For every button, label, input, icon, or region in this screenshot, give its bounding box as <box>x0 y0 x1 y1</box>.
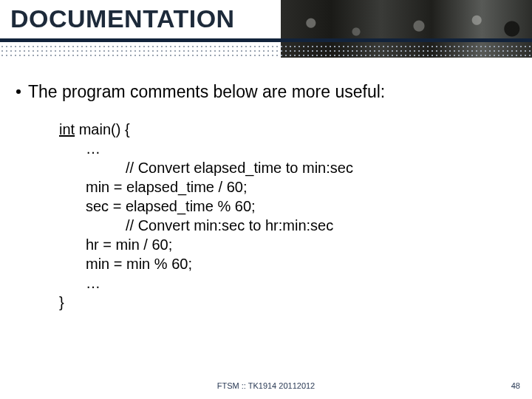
code-line: min = min % 60; <box>59 254 516 273</box>
bullet-icon <box>16 89 21 94</box>
bullet-item: The program comments below are more usef… <box>16 81 516 103</box>
page-number: 48 <box>511 381 520 390</box>
slide-title: DOCUMENTATION <box>10 4 235 33</box>
code-keyword: int <box>59 121 75 137</box>
code-text: main() { <box>75 121 129 137</box>
code-block: int main() { … // Convert elapsed_time t… <box>59 120 516 312</box>
code-line: } <box>59 293 516 312</box>
code-line: … <box>59 273 516 293</box>
bullet-text: The program comments below are more usef… <box>28 81 385 103</box>
content-area: The program comments below are more usef… <box>16 81 516 312</box>
code-line: sec = elapsed_time % 60; <box>59 197 516 216</box>
slide: DOCUMENTATION The program comments below… <box>0 0 532 399</box>
header: DOCUMENTATION <box>0 0 532 68</box>
title-underline-bar <box>0 38 532 42</box>
code-line: … <box>59 139 516 158</box>
code-comment: // Convert min:sec to hr:min:sec <box>59 216 516 235</box>
code-comment: // Convert elapsed_time to min:sec <box>59 158 516 177</box>
code-line: int main() { <box>59 120 516 139</box>
title-dotted-band <box>0 44 532 58</box>
code-line: hr = min / 60; <box>59 235 516 254</box>
footer-text: FTSM :: TK1914 20112012 <box>0 381 532 390</box>
code-line: min = elapsed_time / 60; <box>59 177 516 197</box>
